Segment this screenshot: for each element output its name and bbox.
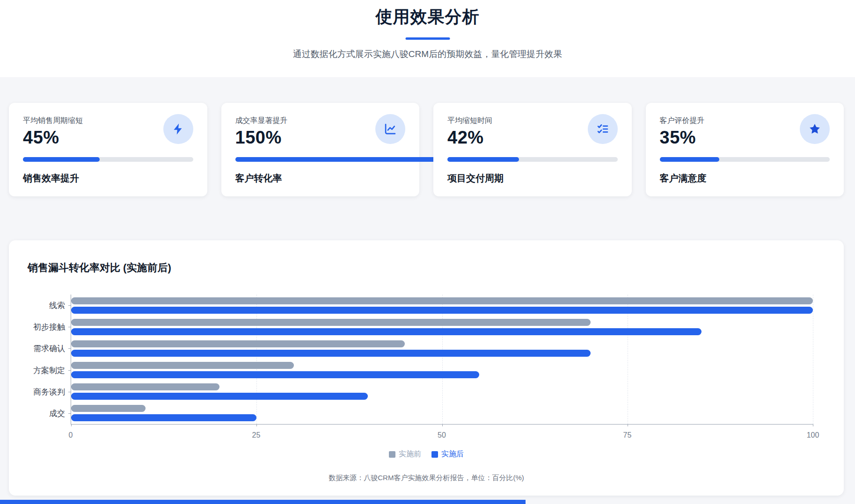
legend-item-实施后[interactable]: 实施后: [431, 449, 464, 459]
title-underline: [405, 37, 450, 40]
stat-value: 42%: [447, 128, 492, 148]
x-axis-tick: [442, 424, 443, 426]
gridline: [813, 295, 813, 424]
category-label: 线索: [49, 300, 65, 311]
page-title: 使用效果分析: [0, 6, 855, 29]
x-tick-label: 25: [252, 431, 261, 439]
bar-实施后: [71, 414, 256, 421]
chart-row: 商务谈判: [71, 381, 813, 403]
stat-label: 平均销售周期缩短: [23, 116, 83, 126]
lightning-icon: [163, 114, 193, 144]
stat-caption: 客户转化率: [235, 172, 406, 185]
x-tick-label: 100: [807, 431, 819, 439]
x-axis-labels: 0255075100: [71, 431, 813, 441]
chart-row: 成交: [71, 403, 813, 424]
x-axis-tick: [71, 424, 72, 426]
stat-card-delivery-time: 平均缩短时间 42% 项目交付周期: [433, 103, 632, 196]
legend-label: 实施后: [441, 449, 464, 459]
bar-实施后: [71, 307, 813, 314]
chart-title: 销售漏斗转化率对比 (实施前后): [28, 261, 171, 275]
bar-实施前: [71, 405, 146, 412]
bar-实施后: [71, 393, 368, 400]
stat-value: 150%: [235, 128, 288, 148]
category-label: 方案制定: [33, 365, 65, 375]
x-axis-tick: [813, 424, 813, 426]
bar-实施前: [71, 362, 294, 369]
stat-label: 客户评价提升: [660, 116, 705, 126]
bar-实施前: [71, 319, 591, 326]
category-label: 商务谈判: [33, 386, 65, 397]
progress-track: [235, 157, 406, 162]
stat-card-sales-cycle: 平均销售周期缩短 45% 销售效率提升: [9, 103, 207, 196]
bar-实施前: [71, 383, 219, 390]
page-subtitle: 通过数据化方式展示实施八骏CRM后的预期效益，量化管理提升效果: [0, 48, 855, 60]
x-tick-label: 0: [69, 431, 73, 439]
chart-plot-area: 线索初步接触需求确认方案制定商务谈判成交: [71, 295, 813, 425]
progress-track: [447, 157, 618, 162]
next-section-edge: [0, 500, 526, 504]
bar-实施后: [71, 350, 591, 357]
stat-cards-row: 平均销售周期缩短 45% 销售效率提升 成交率显著提升 150%: [9, 103, 844, 196]
x-axis-tick: [628, 424, 628, 426]
chart-rows: 线索初步接触需求确认方案制定商务谈判成交: [71, 295, 813, 424]
stat-label: 成交率显著提升: [235, 116, 288, 126]
legend-label: 实施前: [399, 449, 421, 459]
x-tick-label: 75: [623, 431, 632, 439]
bar-实施后: [71, 328, 702, 335]
category-label: 初步接触: [33, 322, 65, 332]
legend-swatch: [389, 451, 395, 458]
funnel-chart-panel: 销售漏斗转化率对比 (实施前后) 线索初步接触需求确认方案制定商务谈判成交 02…: [9, 240, 844, 496]
stat-caption: 项目交付周期: [447, 172, 618, 185]
stat-caption: 客户满意度: [660, 172, 830, 185]
stat-card-close-rate: 成交率显著提升 150% 客户转化率: [221, 103, 420, 196]
chart-legend: 实施前实施后: [9, 449, 844, 459]
category-label: 需求确认: [33, 343, 65, 354]
chart-row: 初步接触: [71, 316, 813, 338]
chart-source-note: 数据来源：八骏CRM客户实施效果分析报告，单位：百分比(%): [9, 474, 844, 482]
progress-fill: [447, 157, 519, 162]
line-chart-icon: [375, 114, 405, 144]
stat-value: 35%: [660, 128, 705, 148]
chart-row: 方案制定: [71, 360, 813, 381]
bar-实施后: [71, 371, 479, 378]
progress-fill: [660, 157, 719, 162]
progress-track: [23, 157, 193, 162]
stat-value: 45%: [23, 128, 83, 148]
star-icon: [800, 114, 830, 144]
x-axis-tick: [256, 424, 257, 426]
progress-fill: [23, 157, 100, 162]
legend-item-实施前[interactable]: 实施前: [389, 449, 421, 459]
checklist-icon: [588, 114, 618, 144]
legend-swatch: [431, 451, 438, 458]
stat-label: 平均缩短时间: [447, 116, 492, 126]
stat-caption: 销售效率提升: [23, 172, 193, 185]
category-label: 成交: [49, 408, 65, 418]
stat-card-satisfaction: 客户评价提升 35% 客户满意度: [646, 103, 844, 196]
x-tick-label: 50: [438, 431, 446, 439]
bar-实施前: [71, 340, 405, 347]
chart-row: 需求确认: [71, 338, 813, 359]
progress-track: [660, 157, 830, 162]
chart-row: 线索: [71, 295, 813, 316]
bar-实施前: [71, 297, 813, 304]
